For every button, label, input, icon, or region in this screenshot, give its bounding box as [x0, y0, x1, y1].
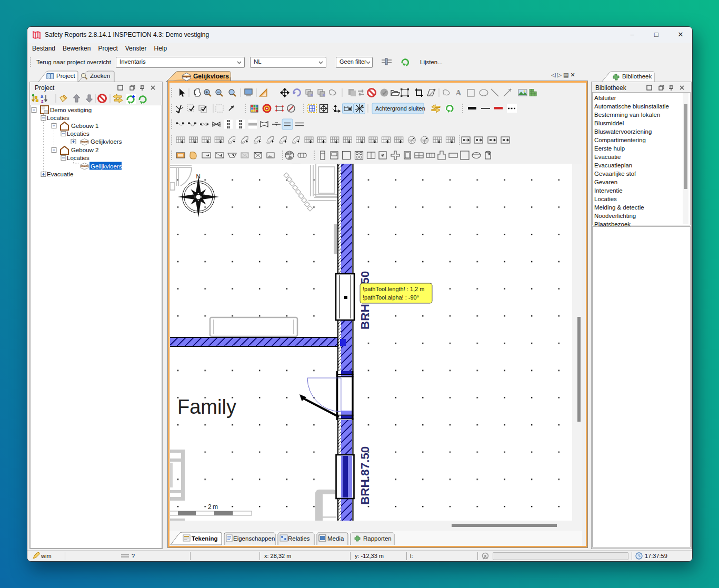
svg-text:!pathTool.alpha! : -90°: !pathTool.alpha! : -90°: [363, 294, 419, 301]
svg-text:Media: Media: [327, 535, 344, 542]
svg-text:A: A: [456, 88, 462, 97]
svg-text:2 m: 2 m: [208, 503, 218, 511]
svg-text:Evacuatie: Evacuatie: [47, 171, 74, 177]
svg-text:Rapporten: Rapporten: [363, 535, 392, 542]
svg-text:Demo vestiging: Demo vestiging: [50, 107, 92, 113]
svg-text:Gebouw 1: Gebouw 1: [71, 123, 98, 129]
svg-text:Gelijkvloers: Gelijkvloers: [91, 163, 122, 170]
svg-text:BRH.87.50: BRH.87.50: [358, 446, 372, 505]
svg-text:Locaties: Locaties: [47, 115, 69, 121]
svg-text:Eigenschappen: Eigenschappen: [233, 535, 275, 542]
svg-text:z: z: [41, 98, 44, 104]
svg-text:N: N: [196, 173, 200, 180]
svg-text:Locaties: Locaties: [67, 131, 89, 137]
svg-text:Relaties: Relaties: [288, 535, 310, 542]
svg-text:Family: Family: [177, 396, 236, 418]
svg-text:!pathTool.length! : 1,2 m: !pathTool.length! : 1,2 m: [363, 286, 424, 292]
svg-text:Gelijkvloers: Gelijkvloers: [91, 138, 122, 145]
svg-text:Gebouw 2: Gebouw 2: [71, 147, 98, 153]
svg-text:Locaties: Locaties: [67, 155, 89, 161]
svg-text:Tekening: Tekening: [192, 535, 218, 542]
svg-text:Achtergrond sluiten: Achtergrond sluiten: [375, 105, 425, 112]
svg-text:N: N: [361, 104, 363, 107]
